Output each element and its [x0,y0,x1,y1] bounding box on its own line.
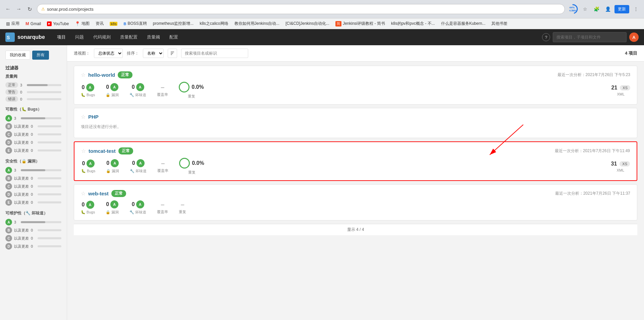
sec-a[interactable]: A 3 [5,166,61,174]
download-progress: 44%4.5M/s [568,4,578,14]
back-button[interactable]: ← [3,4,13,14]
bookmark-jenkinsi[interactable]: 简 Jenkinsi评级教程 - 简书 [333,20,388,27]
rel-b[interactable]: B 以及更差 0 [5,122,61,130]
profile-button[interactable]: 👤 [603,4,612,14]
dup-metric-tomcat: 0.0% 重复 [179,158,204,175]
project-card-tomcat-test: ☆ tomcat-test 正常 最近一次分析：2021年7月26日 下午11:… [74,141,637,181]
nav-quality-profiles[interactable]: 质量配置 [116,32,142,42]
tab-favorites[interactable]: 我的收藏 [5,51,30,60]
sec-d[interactable]: D 以及更差 0 [5,190,61,198]
project-header: ☆ hello-world 正常 最近一次分析：2021年7月26日 下午5:2… [81,71,630,78]
bookmark-boss[interactable]: B BOSS直聘 [121,20,149,27]
smell-grade-hello: A [136,83,144,91]
bookmark-k8scalico[interactable]: k8s之calico网络 [197,20,231,27]
tab-all[interactable]: 所有 [32,51,49,60]
display-count-text: 显示 4 / 4 [347,227,364,232]
reliability-title: 可靠性（🐛 Bugs） [5,107,61,112]
lang-badge-hello: XS [620,85,630,90]
bookmarks-bar: ⊞ 应用 M Gmail ▶ YouTube 📍 地图 资讯 k8s B BOS… [0,18,644,29]
sec-e[interactable]: E 以及更差 0 [5,198,61,206]
maint-b[interactable]: B 以及更差 0 [5,226,61,234]
rel-e[interactable]: E 以及更差 0 [5,146,61,154]
sec-c[interactable]: C 以及更差 0 [5,182,61,190]
nav-quality-gates[interactable]: 质量阈 [143,32,164,42]
not-analyzed-php: 项目还没有进行分析。 [81,121,630,132]
sidebar: 我的收藏 所有 过滤器 质量阀 正常 3 警告 0 错误 0 [0,45,67,320]
menu-button[interactable]: ⋮ [631,4,641,14]
bookmark-news[interactable]: 资讯 [93,20,106,27]
qg-error[interactable]: 错误 0 [5,95,61,103]
project-name-php[interactable]: PHP [88,114,99,120]
bugs-metric-hello: 0 A 🐛 Bugs [81,83,95,97]
forward-button[interactable]: → [14,4,23,14]
project-card-web-test: ☆ web-test 正常 最近一次分析：2021年7月26日 下午11:37 … [74,184,637,220]
maint-a[interactable]: A 3 [5,218,61,226]
bookmark-k8spv[interactable]: k8s的pv和pvc概念 - 不... [388,20,438,27]
global-search-input[interactable] [553,32,627,42]
extensions-button[interactable]: 🧩 [592,4,601,14]
coverage-metric-web: – 覆盖率 [157,201,168,214]
project-name-hello[interactable]: hello-world [88,72,115,78]
filters-title: 过滤器 [5,65,61,71]
star-icon-hello[interactable]: ☆ [81,72,86,78]
lines-metric-hello: 21 XS XML [611,85,630,96]
nav-rules[interactable]: 代码规则 [89,32,115,42]
bookmark-container[interactable]: 什么是容器服务Kubern... [438,20,488,27]
project-name-tomcat[interactable]: tomcat-test [89,148,116,154]
rel-d[interactable]: D 以及更差 0 [5,138,61,146]
project-search-input[interactable] [181,49,248,58]
sec-b[interactable]: B 以及更差 0 [5,174,61,182]
quality-gate-section: 质量阀 正常 3 警告 0 错误 0 [5,74,61,103]
bookmark-maps[interactable]: 📍 地图 [72,20,92,27]
help-button[interactable]: ? [542,33,550,41]
rel-a[interactable]: A 3 [5,114,61,122]
view-select[interactable]: 总体状态 [94,49,123,58]
qg-warning[interactable]: 警告 0 [5,88,61,95]
bookmark-prometheus[interactable]: prometheus监控新增... [150,20,196,27]
browser-actions: 44%4.5M/s ☆ 🧩 👤 更新 ⋮ [568,4,641,14]
bookmark-gmail[interactable]: M Gmail [23,20,44,27]
bookmark-more[interactable]: 其他书签 [489,20,510,27]
content-area: 透视图： 总体状态 排序： 名称 4 项目 [67,45,644,320]
star-icon-php[interactable]: ☆ [81,114,86,120]
projects-list: ☆ hello-world 正常 最近一次分析：2021年7月26日 下午5:2… [67,62,644,320]
bookmark-button[interactable]: ☆ [580,4,590,14]
reload-button[interactable]: ↻ [25,4,34,14]
maint-c[interactable]: C 以及更差 0 [5,234,61,242]
sonar-logo-icon: S [5,33,15,42]
address-bar[interactable]: ⚠ sonar.prod.com/projects [37,4,565,14]
smell-metric-web: 0 A 🔧 坏味道 [129,200,146,215]
project-card-php: ☆ PHP 项目还没有进行分析。 [74,108,637,138]
star-icon-web[interactable]: ☆ [81,190,86,197]
sonar-logo-text: sonarqube [17,34,45,40]
bookmark-youtube[interactable]: ▶ YouTube [44,20,71,27]
bookmark-cicd[interactable]: [CI&CD]Jenkins自动化... [283,20,332,27]
youtube-label: YouTube [53,21,69,26]
sort-order-button[interactable] [168,49,177,58]
filter-tabs: 我的收藏 所有 [5,51,61,60]
bookmark-k8s[interactable]: k8s [107,21,120,27]
analysis-time-web: 最近一次分析：2021年7月26日 下午11:37 [555,191,630,196]
qg-error-count: 0 [20,97,25,101]
user-avatar[interactable]: A [629,33,639,42]
bookmark-apps[interactable]: ⊞ 应用 [3,20,22,27]
update-button[interactable]: 更新 [614,5,629,13]
lines-metric-tomcat: 31 XS XML [611,161,630,172]
analysis-time-hello: 最近一次分析：2021年7月26日 下午5:23 [557,72,630,78]
vuln-grade-web: A [110,200,118,208]
project-metrics-web: 0 A 🐛 Bugs 0 A 🔒 漏洞 0 [81,200,630,215]
project-metrics-tomcat: 0 A 🐛 Bugs 0 A 🔒 漏洞 0 [81,158,630,175]
sonar-logo[interactable]: S sonarqube [5,33,45,42]
star-icon-tomcat[interactable]: ☆ [81,148,86,154]
project-name-web[interactable]: web-test [88,191,109,196]
qg-normal[interactable]: 正常 3 [5,81,61,88]
nav-projects[interactable]: 项目 [53,32,70,42]
nav-issues[interactable]: 问题 [71,32,88,42]
bookmark-jenkins[interactable]: 教你如何用Jenkins自动... [232,20,282,27]
maint-d[interactable]: D 以及更差 0 [5,242,61,250]
vuln-metric-tomcat: 0 A 🔒 漏洞 [106,159,119,174]
rel-c[interactable]: C 以及更差 0 [5,130,61,138]
sort-select[interactable]: 名称 [143,49,164,58]
svg-text:S: S [7,35,10,40]
nav-settings[interactable]: 配置 [165,32,182,42]
